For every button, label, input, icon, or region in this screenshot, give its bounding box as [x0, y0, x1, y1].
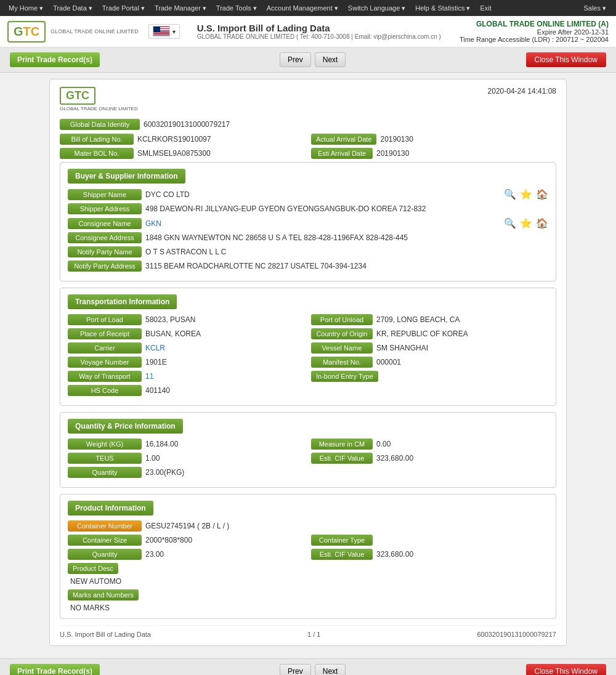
nav-switch-language[interactable]: Switch Language ▾ [344, 0, 409, 16]
consignee-name-row: Consignee Name GKN 🔍 ⭐ 🏠 [68, 217, 548, 229]
product-esti-cif-label: Esti. CIF Value [311, 549, 373, 560]
vessel-name-label: Vessel Name [311, 342, 373, 354]
nav-trade-portal[interactable]: Trade Portal ▾ [99, 0, 148, 16]
teus-cif-row: TEUS 1.00 Esti. CIF Value 323,680.00 [68, 453, 548, 464]
measure-label: Measure in CM [311, 439, 373, 450]
manifest-no-label: Manifest No. [311, 357, 373, 368]
global-data-identity-label: Global Data Identity [60, 119, 140, 130]
esti-arrival-label: Esti Arrival Date [311, 148, 373, 159]
nav-my-home[interactable]: My Home ▾ [5, 0, 47, 16]
logo: GTC [7, 21, 46, 42]
record-card: GTC GLOBAL TRADE ONLINE LIMITED 2020-04-… [49, 79, 567, 646]
page-subtitle: GLOBAL TRADE ONLINE LIMITED ( Tel: 400-7… [197, 33, 441, 40]
master-bol-row: Mater BOL No. SMLMSEL9A0875300 Esti Arri… [60, 148, 556, 159]
logo-g: G [14, 25, 23, 39]
record-footer-center: 1 / 1 [307, 631, 320, 638]
esti-cif-value: 323,680.00 [376, 454, 548, 463]
teus-field: TEUS 1.00 [68, 453, 305, 464]
container-number-label: Container Number [68, 520, 142, 532]
notify-party-row: Notify Party Name O T S ASTRACON L L C [68, 246, 548, 257]
bottom-close-button[interactable]: Close This Window [526, 664, 606, 675]
consignee-home-icon[interactable]: 🏠 [536, 217, 548, 229]
product-quantity-label: Quantity [68, 549, 142, 560]
transportation-section: Transportation Information Port of Load … [60, 288, 556, 406]
consignee-search-icon[interactable]: 🔍 [504, 217, 516, 229]
bol-field: Bill of Lading No. KCLRKORS19010097 [60, 134, 305, 145]
product-desc-value-row: NEW AUTOMO [70, 577, 548, 586]
container-size-value: 2000*808*800 [145, 536, 305, 544]
shipper-name-value: DYC CO LTD [145, 190, 500, 199]
notify-party-value: O T S ASTRACON L L C [145, 248, 548, 256]
port-of-unload-field: Port of Unload 2709, LONG BEACH, CA [311, 314, 548, 325]
actual-arrival-field: Actual Arrival Date 20190130 [311, 134, 556, 145]
shipper-search-icon[interactable]: 🔍 [504, 188, 516, 200]
bol-label: Bill of Lading No. [60, 134, 134, 145]
country-of-origin-label: Country of Origin [311, 328, 373, 339]
shipper-address-value: 498 DAEWON-RI JILLYANG-EUP GYEON GYEONGS… [145, 204, 548, 213]
teus-value: 1.00 [145, 454, 305, 463]
container-number-row: Container Number GESU2745194 ( 2B / L / … [68, 520, 548, 532]
measure-field: Measure in CM 0.00 [311, 439, 548, 450]
teus-label: TEUS [68, 453, 142, 464]
vessel-name-value: SM SHANGHAI [376, 344, 548, 352]
quantity-value: 23.00(PKG) [145, 468, 548, 477]
shipper-name-field: Shipper Name DYC CO LTD 🔍 ⭐ 🏠 [68, 188, 548, 200]
product-esti-cif-value: 323,680.00 [376, 550, 548, 559]
print-button[interactable]: Print Trade Record(s) [10, 52, 100, 67]
product-qty-cif-row: Quantity 23.00 Esti. CIF Value 323,680.0… [68, 549, 548, 560]
notify-party-address-row: Notify Party Address 3115 BEAM ROADCHARL… [68, 261, 548, 272]
notify-party-address-value: 3115 BEAM ROADCHARLOTTE NC 28217 USATEL … [145, 262, 548, 270]
hs-code-value: 401140 [145, 386, 548, 395]
prev-button[interactable]: Prev [280, 52, 311, 67]
bottom-print-button[interactable]: Print Trade Record(s) [10, 664, 100, 675]
quantity-price-section: Quantity & Price Information Weight (KG)… [60, 412, 556, 488]
weight-label: Weight (KG) [68, 439, 142, 450]
nav-trade-data[interactable]: Trade Data ▾ [49, 0, 96, 16]
close-button[interactable]: Close This Window [526, 52, 606, 67]
shipper-name-row: Shipper Name DYC CO LTD 🔍 ⭐ 🏠 [68, 188, 548, 200]
record-logo: GTC GLOBAL TRADE ONLINE LIMITED [60, 87, 138, 111]
carrier-value: KCLR [145, 344, 305, 352]
global-data-identity-value: 600320190131000079217 [144, 120, 230, 129]
carrier-label: Carrier [68, 342, 142, 354]
voyage-number-field: Voyage Number 1901E [68, 357, 305, 368]
nav-sales[interactable]: Sales ▾ [583, 4, 611, 12]
top-navigation: My Home ▾ Trade Data ▾ Trade Portal ▾ Tr… [0, 0, 616, 16]
quantity-label: Quantity [68, 467, 142, 478]
consignee-name-value: GKN [145, 219, 500, 228]
marks-label: Marks and Numbers [68, 589, 139, 600]
port-of-load-field: Port of Load 58023, PUSAN [68, 314, 305, 325]
bottom-prev-button[interactable]: Prev [280, 664, 311, 675]
nav-account-management[interactable]: Account Management ▾ [263, 0, 342, 16]
weight-field: Weight (KG) 16,184.00 [68, 439, 305, 450]
consignee-name-label: Consignee Name [68, 218, 142, 229]
country-of-origin-value: KR, REPUBLIC OF KOREA [376, 329, 548, 338]
shipper-name-label: Shipper Name [68, 189, 142, 200]
hs-code-row: HS Code 401140 [68, 385, 548, 396]
nav-help-statistics[interactable]: Help & Statistics ▾ [411, 0, 474, 16]
record-footer-right: 600320190131000079217 [477, 631, 556, 638]
port-of-load-label: Port of Load [68, 314, 142, 325]
way-of-transport-label: Way of Transport [68, 371, 142, 382]
title-area: U.S. Import Bill of Lading Data GLOBAL T… [197, 23, 441, 40]
flag-selector[interactable]: ▾ [148, 24, 180, 39]
nav-trade-manager[interactable]: Trade Manager ▾ [151, 0, 210, 16]
nav-left: My Home ▾ Trade Data ▾ Trade Portal ▾ Tr… [5, 0, 495, 16]
port-of-unload-label: Port of Unload [311, 314, 373, 325]
way-of-transport-value: 11 [145, 372, 305, 381]
nav-exit[interactable]: Exit [476, 0, 495, 16]
actual-arrival-value: 20190130 [380, 135, 556, 143]
nav-trade-tools[interactable]: Trade Tools ▾ [213, 0, 261, 16]
marks-row: Marks and Numbers [68, 589, 548, 600]
page-header: GTC GLOBAL TRADE ONLINE LIMITED ▾ U.S. I… [0, 16, 616, 47]
buyer-supplier-section: Buyer & Supplier Information Shipper Nam… [60, 162, 556, 281]
shipper-star-icon[interactable]: ⭐ [520, 188, 532, 200]
consignee-star-icon[interactable]: ⭐ [520, 217, 532, 229]
next-button[interactable]: Next [315, 52, 346, 67]
esti-cif-label: Esti. CIF Value [311, 453, 373, 464]
marks-value: NO MARKS [70, 604, 110, 612]
bol-arrival-row: Bill of Lading No. KCLRKORS19010097 Actu… [60, 134, 556, 145]
bottom-next-button[interactable]: Next [315, 664, 346, 675]
consignee-address-label: Consignee Address [68, 232, 142, 243]
shipper-home-icon[interactable]: 🏠 [536, 188, 548, 200]
